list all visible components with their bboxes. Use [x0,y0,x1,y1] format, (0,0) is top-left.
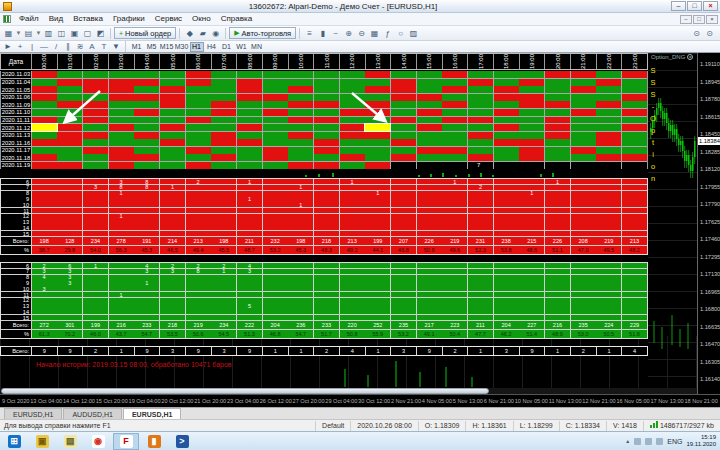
profiles-button[interactable]: ▤ [22,27,35,39]
timeframe-m15[interactable]: M15 [160,42,174,52]
crosshair-tool[interactable]: + [14,41,26,52]
heatmap-cell [545,124,570,131]
buy-stats-table: 62614222473333813843931103111121351415Вс… [0,262,648,339]
autotrade-button[interactable]: ▶Авто-торговля [229,27,296,39]
chart-dropdown[interactable]: ▼ [15,27,22,39]
vertical-line-tool[interactable]: | [26,41,38,52]
periods-button[interactable]: ○ [394,27,407,39]
menu-item-6[interactable]: Справка [216,13,257,25]
timeframe-m30[interactable]: M30 [175,42,189,52]
stat-cell [365,208,390,213]
tray-icon-2[interactable] [645,438,652,445]
time-axis[interactable]: 9 Oct 202013 Oct 04:0014 Oct 12:0015 Oct… [0,394,720,407]
orange-app[interactable]: ▮ [141,433,167,450]
terminal-button[interactable]: ▢ [81,27,94,39]
tile-windows-button[interactable]: ▦ [368,27,381,39]
bar-chart-button[interactable]: ≡ [303,27,316,39]
restore-button[interactable]: □ [687,1,702,11]
timeframe-mn[interactable]: MN [250,42,264,52]
minimize-button[interactable]: – [671,1,686,11]
zoom-in-button[interactable]: ⊕ [342,27,355,39]
market-watch-button[interactable]: ▥ [42,27,55,39]
cursor-tool[interactable]: ► [2,41,14,52]
timeframe-w1[interactable]: W1 [235,42,249,52]
hour-label: 04:00 [144,54,150,69]
file-explorer[interactable]: ▣ [29,433,55,450]
stat-cell [314,202,339,207]
timeframe-d1[interactable]: D1 [220,42,234,52]
indicator-close-icon[interactable]: × [687,54,693,60]
templates-button[interactable]: ▨ [407,27,420,39]
help-button[interactable]: ◉ [209,27,222,39]
notepad-app[interactable]: ▤ [57,433,83,450]
trendline-tool[interactable]: / [50,41,62,52]
stat-cell [57,196,82,201]
child-minimize-button[interactable]: – [680,15,692,24]
line-chart-button[interactable]: ~ [329,27,342,39]
options-button[interactable]: ▰ [196,27,209,39]
powershell-app[interactable]: > [169,433,195,450]
heatmap-cell [314,139,339,146]
stat-cell [32,303,57,308]
heatmap-cell [32,71,57,78]
hour-header: 02:00 [83,54,108,69]
data-window-button[interactable]: ◫ [55,27,68,39]
heatmap-cell [468,109,493,116]
timeframe-m5[interactable]: M5 [145,42,159,52]
start-button[interactable]: ⊞ [1,433,27,450]
candlestick-chart-button[interactable]: ▮ [316,27,329,39]
system-clock[interactable]: 15:19 19.11.2020 [686,434,716,448]
strategy-tester-button[interactable]: ◩ [94,27,107,39]
heatmap-cell [571,86,596,93]
stat-cell [263,191,288,196]
zoom-out-button[interactable]: ⊖ [355,27,368,39]
tray-icon-1[interactable] [634,438,641,445]
stat-cell [263,225,288,230]
menu-item-0[interactable]: Файл [14,13,44,25]
channel-tool[interactable]: ∥ [62,41,74,52]
child-close-button[interactable]: × [706,15,718,24]
price-scale[interactable]: 1.191101.189451.187801.186151.184501.182… [697,53,720,394]
menu-item-2[interactable]: Вставка [68,13,108,25]
date-label: 2020.11.16 [1,139,31,146]
tray-expand-icon[interactable]: ▲ [625,438,630,444]
date-label: 2020.11.11 [1,117,31,124]
horizontal-line-tool[interactable]: — [38,41,50,52]
timeframe-m1[interactable]: M1 [130,42,144,52]
timeframe-h4[interactable]: H4 [205,42,219,52]
heatmap-cell [417,86,442,93]
search-assistant-icon[interactable]: ⊙ [703,27,716,39]
menu-item-3[interactable]: Графики [108,13,150,25]
navigator-button[interactable]: ▣ [68,27,81,39]
menu-item-5[interactable]: Окно [187,13,216,25]
close-button[interactable]: × [703,1,718,11]
mt4-terminal[interactable]: F [113,433,139,450]
profiles-dropdown[interactable]: ▼ [35,27,42,39]
hour-header: 01:00 [58,54,83,69]
stat-cell [622,269,647,274]
chart-tab-2[interactable]: EURUSD,H1 [123,408,181,419]
timeframe-h1[interactable]: H1 [190,42,204,52]
tray-icon-3[interactable] [656,438,663,445]
metaeditor-button[interactable]: ◆ [183,27,196,39]
heatmap-cell [57,101,82,108]
child-restore-button[interactable]: □ [693,15,705,24]
file-explorer-icon: ▣ [36,435,49,448]
menu-item-4[interactable]: Сервис [150,13,187,25]
indicators-button[interactable]: ƒ [381,27,394,39]
search-icon[interactable]: ⊙ [690,27,703,39]
text-tool[interactable]: A [86,41,98,52]
stat-cell: 1 [160,185,185,190]
arrows-tool[interactable]: ▼ [110,41,122,52]
chart-tab-1[interactable]: AUDUSD,H1 [63,408,121,419]
new-chart-button[interactable]: ▦ [2,27,15,39]
label-tool[interactable]: T [98,41,110,52]
menu-item-1[interactable]: Вид [44,13,68,25]
fibonacci-tool[interactable]: ≋ [74,41,86,52]
chart-tab-0[interactable]: EURUSD,H1 [4,408,62,419]
total-cell: 235 [391,321,416,330]
stat-cell [314,298,339,303]
new-order-button[interactable]: +Новый ордер [114,27,176,39]
language-indicator[interactable]: ENG [667,438,682,445]
chrome-browser[interactable]: ◉ [85,433,111,450]
